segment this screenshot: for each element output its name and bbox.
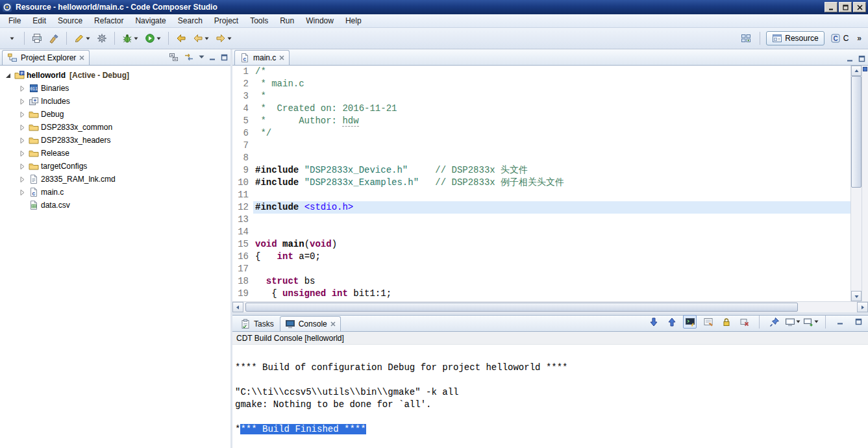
minimize-console-button[interactable]	[834, 315, 847, 329]
code-line[interactable]: 14	[232, 226, 850, 238]
tree-item-debug[interactable]: Debug	[0, 108, 230, 121]
tree-item-dsp2833x-common[interactable]: DSP2833x_common	[0, 121, 230, 134]
scroll-left-button[interactable]	[232, 302, 243, 312]
menu-edit[interactable]: Edit	[27, 15, 52, 27]
menu-window[interactable]: Window	[300, 15, 340, 27]
close-view-icon[interactable]	[79, 55, 84, 60]
menu-run[interactable]: Run	[274, 15, 300, 27]
console-output[interactable]: **** Build of configuration Debug for pr…	[232, 345, 868, 448]
back-button[interactable]	[173, 31, 189, 46]
line-number[interactable]: 11	[232, 189, 253, 201]
console-tab[interactable]: Console	[280, 316, 341, 331]
maximize-editor-button[interactable]	[858, 55, 865, 62]
line-number[interactable]: 9	[232, 164, 253, 177]
back-history-button[interactable]	[190, 31, 212, 46]
line-number[interactable]: 1	[232, 66, 253, 78]
code-line[interactable]: 17	[232, 263, 850, 275]
menu-project[interactable]: Project	[208, 15, 244, 27]
editor-vscrollbar[interactable]	[850, 66, 862, 301]
minimize-view-button[interactable]	[209, 54, 216, 61]
scroll-right-button[interactable]	[857, 302, 868, 312]
terminal-button[interactable]	[683, 315, 697, 329]
forward-history-button[interactable]	[213, 31, 234, 46]
overview-ruler[interactable]	[862, 66, 868, 301]
tree-item-28335-ram-lnk-cmd[interactable]: 28335_RAM_lnk.cmd	[0, 173, 230, 186]
annotation-marker[interactable]	[863, 67, 867, 71]
code-line[interactable]: 19 { unsigned int bit1:1;	[232, 288, 850, 300]
tree-item-dsp2833x-headers[interactable]: DSP2833x_headers	[0, 134, 230, 147]
line-number[interactable]: 2	[232, 78, 253, 90]
expander-closed-icon[interactable]	[18, 125, 27, 131]
code-line[interactable]: 3 *	[232, 90, 850, 103]
tree-item-binaries[interactable]: 011Binaries	[0, 82, 230, 95]
line-number[interactable]: 10	[232, 177, 253, 189]
view-menu-button[interactable]	[199, 55, 205, 59]
expander-closed-icon[interactable]	[18, 138, 27, 143]
code-line[interactable]: 16{ int a=0;	[232, 251, 850, 263]
maximize-console-button[interactable]	[852, 315, 865, 329]
code-line[interactable]: 1/*	[232, 66, 850, 78]
menu-navigate[interactable]: Navigate	[129, 15, 171, 27]
tree-item-includes[interactable]: Includes	[0, 95, 230, 108]
line-number[interactable]: 17	[232, 263, 253, 275]
project-explorer-tab[interactable]: Project Explorer	[2, 50, 90, 65]
tree-item-main-c[interactable]: cmain.c	[0, 186, 230, 199]
line-number[interactable]: 8	[232, 152, 253, 164]
tree-item-data-csv[interactable]: data.csv	[0, 199, 230, 212]
run-button[interactable]	[142, 31, 164, 46]
expander-closed-icon[interactable]	[18, 86, 27, 92]
tasks-tab[interactable]: Tasks	[234, 317, 280, 331]
code-line[interactable]: 7	[232, 140, 850, 152]
new-button[interactable]	[4, 31, 19, 46]
expander-closed-icon[interactable]	[18, 190, 27, 195]
line-number[interactable]: 4	[232, 103, 253, 115]
debug-button[interactable]	[119, 31, 141, 46]
settings-button[interactable]	[94, 31, 110, 46]
menu-search[interactable]: Search	[172, 15, 208, 27]
open-console-button[interactable]	[804, 315, 817, 329]
hscroll-thumb[interactable]	[245, 303, 798, 312]
code-line[interactable]: 11	[232, 189, 850, 201]
expander-open-icon[interactable]	[3, 73, 13, 79]
code-line[interactable]: 10#include "DSP2833x_Examples.h" // DSP2…	[232, 177, 850, 189]
restore-window-button[interactable]	[839, 2, 852, 12]
expander-closed-icon[interactable]	[18, 164, 27, 169]
tree-item-release[interactable]: Release	[0, 147, 230, 160]
editor-tab-main-c[interactable]: c main.c	[234, 50, 290, 65]
menu-tools[interactable]: Tools	[244, 15, 274, 27]
tree-item-targetconfigs[interactable]: targetConfigs	[0, 160, 230, 173]
line-number[interactable]: 5	[232, 115, 253, 127]
scroll-down-button[interactable]	[851, 291, 862, 301]
code-line[interactable]: 4 * Created on: 2016-11-21	[232, 103, 850, 115]
resource-perspective-button[interactable]: Resource	[766, 31, 824, 45]
code-line[interactable]: 18 struct bs	[232, 275, 850, 288]
scroll-up-button[interactable]	[851, 66, 862, 76]
line-number[interactable]: 18	[232, 275, 253, 288]
expander-closed-icon[interactable]	[18, 151, 27, 156]
clear-console-button[interactable]	[701, 315, 715, 329]
print-button[interactable]	[29, 31, 45, 46]
line-number[interactable]: 13	[232, 214, 253, 226]
menu-source[interactable]: Source	[52, 15, 88, 27]
edit-button[interactable]	[71, 31, 93, 46]
menu-help[interactable]: Help	[340, 15, 367, 27]
code-line[interactable]: 13	[232, 214, 850, 226]
vscroll-thumb[interactable]	[851, 76, 862, 188]
code-line[interactable]: 15void main(void)	[232, 238, 850, 251]
display-console-button[interactable]	[786, 315, 799, 329]
close-tab-icon[interactable]	[279, 55, 284, 60]
remove-console-button[interactable]	[738, 315, 751, 329]
code-line[interactable]: 5 * Author: hdw	[232, 115, 850, 127]
expander-closed-icon[interactable]	[18, 177, 27, 182]
code-line[interactable]: 12#include <stdio.h>	[232, 201, 850, 214]
menu-refactor[interactable]: Refactor	[88, 15, 129, 27]
show-console-on-output-button[interactable]	[647, 315, 660, 329]
line-number[interactable]: 14	[232, 226, 253, 238]
editor-hscrollbar[interactable]	[232, 301, 868, 312]
paint-button[interactable]	[46, 31, 62, 46]
c-perspective-button[interactable]: C C	[827, 32, 852, 45]
line-number[interactable]: 15	[232, 238, 253, 251]
code-line[interactable]: 8	[232, 152, 850, 164]
line-number[interactable]: 3	[232, 90, 253, 103]
minimize-editor-button[interactable]	[847, 55, 854, 62]
